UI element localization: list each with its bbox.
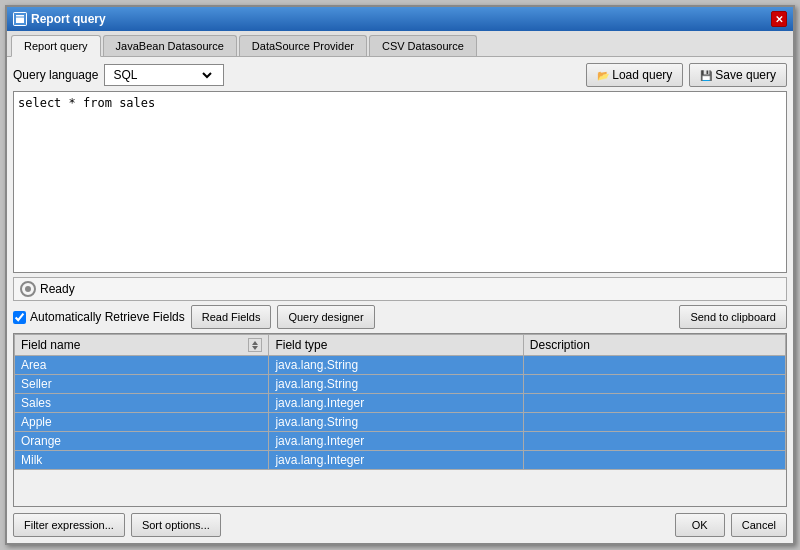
send-clipboard-button[interactable]: Send to clipboard: [679, 305, 787, 329]
fields-toolbar: Automatically Retrieve Fields Read Field…: [13, 305, 787, 329]
bottom-bar: Filter expression... Sort options... OK …: [13, 511, 787, 537]
auto-retrieve-checkbox[interactable]: [13, 311, 26, 324]
tabs-bar: Report query JavaBean Datasource DataSou…: [7, 31, 793, 57]
status-icon: [20, 281, 36, 297]
query-language-row: Query language SQL HQL XPath 📂 Load quer…: [13, 63, 787, 87]
tab-report-query[interactable]: Report query: [11, 35, 101, 57]
status-text: Ready: [40, 282, 75, 296]
table-row[interactable]: Salesjava.lang.Integer: [15, 394, 786, 413]
sort-icon-field-name[interactable]: [248, 338, 262, 352]
read-fields-button[interactable]: Read Fields: [191, 305, 272, 329]
query-designer-button[interactable]: Query designer: [277, 305, 374, 329]
tab-csv-datasource[interactable]: CSV Datasource: [369, 35, 477, 56]
auto-retrieve-label[interactable]: Automatically Retrieve Fields: [13, 310, 185, 324]
save-query-button[interactable]: 💾 Save query: [689, 63, 787, 87]
status-bar: Ready: [13, 277, 787, 301]
query-language-select-wrapper[interactable]: SQL HQL XPath: [104, 64, 224, 86]
table-row[interactable]: Milkjava.lang.Integer: [15, 451, 786, 470]
query-language-label: Query language: [13, 68, 98, 82]
load-query-button[interactable]: 📂 Load query: [586, 63, 683, 87]
load-icon: 📂: [597, 70, 609, 81]
window: Report query ✕ Report query JavaBean Dat…: [5, 5, 795, 545]
fields-table-container[interactable]: Field name Field type Description: [13, 333, 787, 507]
col-field-type: Field type: [269, 335, 523, 356]
sort-options-button[interactable]: Sort options...: [131, 513, 221, 537]
filter-expression-button[interactable]: Filter expression...: [13, 513, 125, 537]
table-row[interactable]: Areajava.lang.String: [15, 356, 786, 375]
status-dot: [25, 286, 31, 292]
col-description: Description: [523, 335, 785, 356]
query-language-select[interactable]: SQL HQL XPath: [105, 65, 215, 85]
window-icon: [13, 12, 27, 26]
table-body: Areajava.lang.StringSellerjava.lang.Stri…: [15, 356, 786, 470]
table-header-row: Field name Field type Description: [15, 335, 786, 356]
col-field-name: Field name: [15, 335, 269, 356]
title-bar: Report query ✕: [7, 7, 793, 31]
svg-rect-0: [15, 14, 25, 24]
tab-datasource-provider[interactable]: DataSource Provider: [239, 35, 367, 56]
table-row[interactable]: Sellerjava.lang.String: [15, 375, 786, 394]
fields-table: Field name Field type Description: [14, 334, 786, 470]
tab-javabean[interactable]: JavaBean Datasource: [103, 35, 237, 56]
table-row[interactable]: Applejava.lang.String: [15, 413, 786, 432]
cancel-button[interactable]: Cancel: [731, 513, 787, 537]
main-content: Query language SQL HQL XPath 📂 Load quer…: [7, 57, 793, 543]
ok-button[interactable]: OK: [675, 513, 725, 537]
query-textarea[interactable]: [13, 91, 787, 273]
window-title: Report query: [31, 12, 106, 26]
save-icon: 💾: [700, 70, 712, 81]
close-button[interactable]: ✕: [771, 11, 787, 27]
table-row[interactable]: Orangejava.lang.Integer: [15, 432, 786, 451]
